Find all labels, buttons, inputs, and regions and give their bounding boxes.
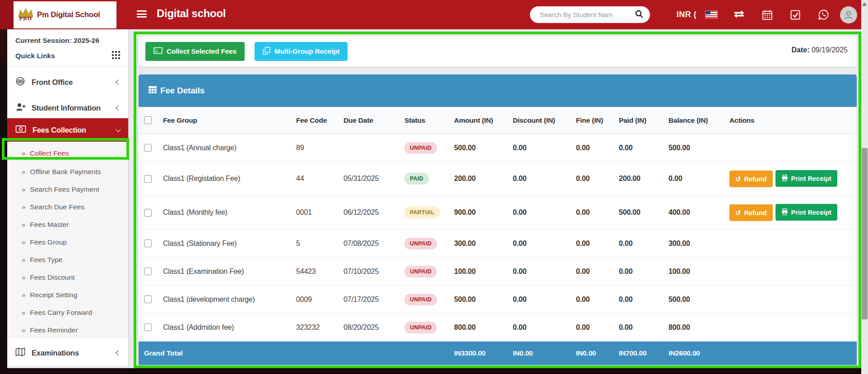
header-left-accent — [0, 0, 14, 29]
submenu-label: Fees Group — [30, 238, 67, 246]
bottom-edge-strip — [0, 368, 868, 374]
cell-fine: 0.00 — [576, 296, 619, 304]
row-checkbox[interactable] — [144, 323, 152, 331]
menu-toggle-icon[interactable] — [137, 10, 147, 18]
cell-due-date: 07/08/2025 — [343, 240, 404, 248]
row-checkbox[interactable] — [144, 144, 152, 152]
table-row: Class1 (Annual charge)89UNPAID500.000.00… — [139, 134, 857, 162]
status-badge: UNPAID — [404, 294, 437, 305]
button-label: Collect Selected Fees — [167, 47, 237, 55]
sidebar: Current Session: 2025-26 Quick Links Fro… — [7, 29, 128, 366]
cell-fee-code: 0009 — [296, 296, 343, 304]
submenu-item-fees-reminder[interactable]: » Fees Reminder — [7, 321, 128, 339]
cell-amount: 100.00 — [454, 268, 513, 276]
cell-status: PARTIAL — [404, 207, 454, 218]
cell-status: PAID — [404, 173, 454, 185]
fee-table-body: Class1 (Annual charge)89UNPAID500.000.00… — [139, 134, 857, 342]
cell-fee-code: 0001 — [296, 208, 343, 217]
cell-discount: 0.00 — [513, 208, 576, 217]
cell-balance: 100.00 — [668, 268, 729, 276]
cell-discount: 0.00 — [513, 296, 576, 304]
cell-status: UNPAID — [404, 294, 454, 305]
quick-links-grid-icon[interactable] — [112, 51, 120, 61]
multi-group-receipt-button[interactable]: Multi-Group Receipt — [255, 42, 348, 61]
task-check-icon[interactable] — [786, 0, 804, 29]
sidebar-item-examinations[interactable]: Examinations — [7, 341, 128, 365]
submenu-item-fees-carry-forward[interactable]: » Fees Carry Forward — [7, 304, 128, 321]
cell-fine: 0.00 — [576, 208, 619, 217]
double-arrow-icon: » — [22, 168, 25, 175]
cell-balance: 500.00 — [668, 144, 729, 152]
submenu-item-fees-discount[interactable]: » Fees Discount — [7, 268, 128, 286]
fee-details-card: Fee Details Fee Group Fee Code Due Date … — [139, 74, 857, 366]
grand-total-fine: IN0.00 — [576, 349, 619, 357]
collect-selected-fees-button[interactable]: Collect Selected Fees — [145, 42, 245, 61]
scrollbar-thumb[interactable] — [862, 148, 868, 319]
sidebar-item-student-information[interactable]: Student Information — [7, 96, 128, 120]
cell-fee-code: 54423 — [296, 268, 343, 276]
table-row: Class1 (Monthly fee)000106/12/2025PARTIA… — [139, 196, 857, 230]
user-avatar[interactable] — [839, 0, 859, 29]
refund-button[interactable]: ↺Refund — [729, 171, 773, 187]
status-badge: UNPAID — [404, 266, 437, 277]
grand-total-row: Grand Total IN3300.00 IN0.00 IN0.00 IN70… — [139, 342, 857, 365]
submenu-label: Fees Carry Forward — [30, 309, 92, 317]
status-badge: UNPAID — [404, 142, 437, 154]
row-checkbox[interactable] — [144, 296, 152, 303]
select-all-checkbox[interactable] — [144, 116, 152, 124]
row-checkbox[interactable] — [144, 240, 152, 247]
status-badge: PAID — [404, 173, 429, 185]
app-title: Digital school — [157, 7, 226, 20]
grand-total-paid: IN700.00 — [619, 349, 668, 357]
brand-name: Pm Digital School — [37, 10, 100, 19]
chevron-left-icon — [116, 350, 121, 355]
submenu-label: Fees Master — [30, 221, 69, 229]
cell-paid: 0.00 — [619, 240, 668, 248]
calendar-icon[interactable] — [758, 0, 776, 29]
cell-due-date: 08/20/2025 — [343, 323, 404, 332]
printer-icon — [781, 175, 788, 183]
row-checkbox[interactable] — [144, 268, 152, 275]
school-logo[interactable]: PRO Pm Digital School — [14, 1, 116, 28]
row-checkbox[interactable] — [144, 209, 152, 217]
currency-selector[interactable]: INR ( — [671, 0, 702, 29]
submenu-item-receipt-setting[interactable]: » Receipt Setting — [7, 286, 128, 304]
row-checkbox[interactable] — [144, 175, 152, 183]
scroll-up-arrow-icon[interactable] — [862, 2, 867, 6]
double-arrow-icon: » — [22, 238, 25, 246]
cell-fee-group: Class1 (Addmition fee) — [163, 323, 296, 332]
submenu-item-collect-fees[interactable]: » Collect Fees — [7, 144, 128, 162]
submenu-label: Offline Bank Payments — [30, 168, 101, 176]
search-input[interactable] — [539, 10, 635, 19]
cell-status: UNPAID — [404, 322, 454, 333]
page-scrollbar[interactable] — [861, 0, 868, 374]
print-receipt-button[interactable]: Print Receipt — [775, 170, 837, 187]
current-session-label: Current Session: 2025-26 — [15, 37, 120, 45]
date-display: Date: 09/19/2025 — [791, 46, 848, 54]
submenu-item-fees-group[interactable]: » Fees Group — [7, 233, 128, 251]
search-icon[interactable] — [635, 9, 644, 20]
toolbar-card: Collect Selected Fees Multi-Group Receip… — [139, 36, 857, 67]
submenu-item-fees-type[interactable]: » Fees Type — [7, 251, 128, 268]
submenu-item-fees-master[interactable]: » Fees Master — [7, 216, 128, 233]
exchange-icon[interactable] — [730, 0, 748, 29]
top-header-bar: PRO Pm Digital School Digital school INR… — [0, 0, 868, 29]
sidebar-item-front-office[interactable]: Front Office — [7, 70, 128, 94]
column-header: Balance (IN) — [668, 116, 729, 125]
submenu-item-offline-bank-payments[interactable]: » Offline Bank Payments — [7, 163, 128, 180]
refund-button[interactable]: ↺Refund — [729, 204, 773, 221]
language-flag-icon[interactable] — [703, 0, 719, 29]
front-office-icon — [15, 76, 25, 88]
submenu-item-search-fees-payment[interactable]: » Search Fees Payment — [7, 180, 128, 198]
chevron-left-icon — [116, 105, 121, 110]
examinations-icon — [15, 347, 25, 358]
submenu-item-search-due-fees[interactable]: » Search Due Fees — [7, 198, 128, 216]
sidebar-item-fees-collection[interactable]: Fees Collection — [7, 118, 128, 142]
print-receipt-button[interactable]: Print Receipt — [775, 204, 837, 221]
cell-due-date: 06/12/2025 — [343, 208, 404, 217]
cell-discount: 0.00 — [513, 268, 576, 276]
cell-discount: 0.00 — [513, 323, 576, 332]
whatsapp-icon[interactable] — [814, 0, 832, 29]
cell-fee-code: 323232 — [296, 323, 343, 332]
table-row: Class1 (Addmition fee)32323208/20/2025UN… — [139, 314, 857, 342]
